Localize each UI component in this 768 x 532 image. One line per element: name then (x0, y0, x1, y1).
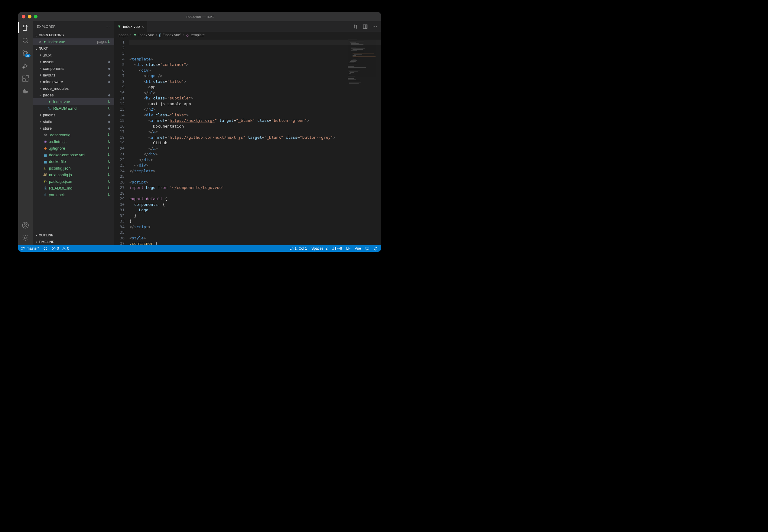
tree-file[interactable]: ⓘ README.md U (33, 185, 114, 191)
minimize-window-button[interactable] (28, 15, 31, 18)
bell-icon[interactable] (374, 246, 378, 251)
tree-folder[interactable]: › plugins (33, 112, 114, 118)
tree-folder[interactable]: › components (33, 65, 114, 72)
crumb-file[interactable]: index.vue (139, 33, 154, 37)
sync-icon[interactable] (43, 246, 47, 251)
tree-file[interactable]: ◉ .eslintrc.js U (33, 138, 114, 145)
svg-rect-40 (350, 72, 354, 73)
close-icon[interactable]: × (142, 24, 144, 29)
tree-folder[interactable]: › static (33, 118, 114, 125)
svg-point-49 (22, 247, 23, 248)
svg-rect-8 (26, 79, 28, 81)
chevron-icon: › (38, 126, 43, 130)
outline-header[interactable]: › OUTLINE (33, 232, 114, 238)
source-control-icon[interactable]: 23 (22, 50, 29, 57)
crumb-symbol[interactable]: "index.vue" (163, 33, 181, 37)
modified-dot-icon (107, 73, 111, 77)
open-editors-header[interactable]: ⌄ OPEN EDITORS (33, 32, 114, 38)
indent[interactable]: Spaces: 2 (311, 246, 327, 251)
account-icon[interactable] (22, 222, 29, 229)
svg-rect-15 (348, 40, 357, 40)
tree-folder[interactable]: › layouts (33, 72, 114, 78)
svg-rect-25 (351, 52, 364, 52)
chevron-icon: › (38, 66, 43, 70)
more-icon[interactable]: ··· (373, 24, 377, 29)
tree-label: .gitignore (49, 146, 107, 151)
chevron-right-icon: › (156, 33, 157, 37)
code-editor[interactable]: 1234567891011121314151617181920212223242… (114, 38, 381, 245)
traffic-lights (18, 15, 37, 18)
tree-file[interactable]: ⚛ yarn.lock U (33, 191, 114, 198)
close-icon[interactable]: × (38, 40, 42, 44)
compare-icon[interactable] (353, 24, 358, 29)
tab-index-vue[interactable]: ▼ index.vue × (114, 21, 148, 32)
tree-file[interactable]: ⓘ README.md U (33, 105, 114, 112)
tree-file[interactable]: ✿ .editorconfig U (33, 131, 114, 138)
git-branch[interactable]: master* (21, 246, 39, 251)
sidebar-more-icon[interactable]: ··· (106, 24, 110, 29)
language-mode[interactable]: Vue (355, 246, 361, 251)
file-name: index.vue (48, 40, 95, 44)
svg-rect-34 (349, 63, 354, 63)
project-header[interactable]: ⌄ NUXT (33, 45, 114, 52)
encoding[interactable]: UTF-8 (332, 246, 342, 251)
tree-file[interactable]: {} jsconfig.json U (33, 165, 114, 171)
crumb-folder[interactable]: pages (119, 33, 129, 37)
settings-icon[interactable] (22, 234, 29, 242)
timeline-header[interactable]: › TIMELINE (33, 238, 114, 245)
tree-label: .nuxt (43, 53, 107, 57)
sidebar-header: EXPLORER ··· (33, 21, 114, 32)
breadcrumbs[interactable]: pages › ▼ index.vue › {} "index.vue" › ◇… (114, 32, 381, 38)
debug-icon[interactable] (22, 62, 29, 70)
git-status: U (107, 40, 111, 44)
zoom-window-button[interactable] (34, 15, 37, 18)
tree-file[interactable]: ▅ docker-compose.yml U (33, 151, 114, 158)
problems[interactable]: 0 0 (52, 246, 69, 251)
feedback-icon[interactable] (365, 246, 369, 251)
docker-icon[interactable] (22, 88, 29, 95)
json-icon: {} (43, 179, 48, 184)
tab-actions: ··· (350, 21, 381, 32)
crumb-template[interactable]: template (191, 33, 205, 37)
file-tree: › .nuxt › assets › components › layouts … (33, 52, 114, 232)
svg-rect-45 (348, 79, 356, 80)
open-editor-item[interactable]: × ▼ index.vue pages U (33, 38, 114, 45)
cursor-position[interactable]: Ln 1, Col 1 (290, 246, 307, 251)
tree-folder[interactable]: › node_modules (33, 85, 114, 92)
search-icon[interactable] (22, 37, 29, 44)
tree-label: store (43, 126, 107, 131)
svg-rect-33 (350, 61, 356, 62)
code-content[interactable]: <template> <div class="container"> <div>… (129, 38, 381, 245)
tree-file[interactable]: ▅ dockerfile U (33, 158, 114, 165)
git-status: U (107, 173, 111, 177)
tree-folder[interactable]: › assets (33, 58, 114, 65)
explorer-icon[interactable] (22, 24, 29, 31)
svg-rect-22 (351, 48, 365, 49)
svg-rect-31 (353, 59, 356, 60)
split-editor-icon[interactable] (363, 24, 368, 29)
modified-dot-icon (107, 60, 111, 64)
tree-file[interactable]: JS nuxt.config.js U (33, 171, 114, 178)
template-icon: ◇ (186, 33, 189, 37)
open-editors-label: OPEN EDITORS (39, 33, 64, 37)
git-status: U (107, 193, 111, 197)
svg-rect-19 (351, 44, 363, 45)
eol[interactable]: LF (346, 246, 350, 251)
close-window-button[interactable] (22, 15, 25, 18)
tree-folder[interactable]: › store (33, 125, 114, 131)
extensions-icon[interactable] (22, 75, 29, 82)
minimap[interactable] (347, 38, 377, 99)
svg-point-50 (22, 249, 23, 250)
vue-icon: ▼ (42, 39, 47, 44)
tree-folder[interactable]: › middleware (33, 78, 114, 85)
braces-icon: {} (159, 33, 161, 37)
svg-rect-14 (365, 25, 367, 28)
tree-file[interactable]: ▼ index.vue U (33, 98, 114, 105)
tree-file[interactable]: {} package.json U (33, 178, 114, 185)
tree-folder[interactable]: ⌄ pages (33, 92, 114, 98)
tree-file[interactable]: ◆ .gitignore U (33, 145, 114, 151)
svg-rect-43 (348, 76, 355, 76)
tree-folder[interactable]: › .nuxt (33, 52, 114, 58)
tree-label: .eslintrc.js (49, 139, 107, 144)
svg-rect-29 (353, 57, 376, 57)
